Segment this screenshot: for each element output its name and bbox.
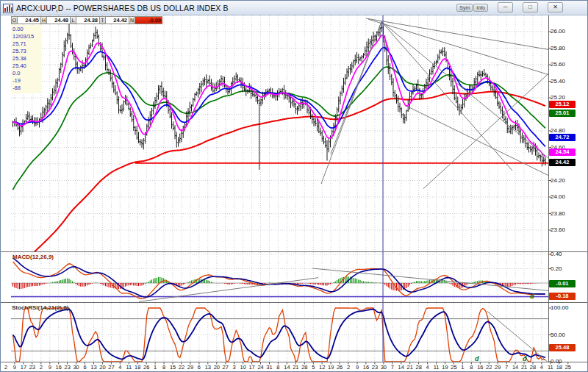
info-button[interactable]: Info xyxy=(473,4,488,12)
macd-signal-line xyxy=(13,258,546,297)
ma-50-line xyxy=(13,67,546,190)
trendline xyxy=(331,22,381,154)
main-grid xyxy=(11,15,548,251)
ma-200-line xyxy=(13,92,546,274)
chart-app-icon xyxy=(3,3,13,12)
trendline xyxy=(366,18,588,57)
stoch-panel xyxy=(11,303,551,365)
titlebar[interactable]: ARCX:UUP,D -- POWERSHARES DB US DOLLAR I… xyxy=(1,1,587,15)
sym-button[interactable]: Sym xyxy=(456,4,473,12)
chart-canvas[interactable] xyxy=(1,1,588,372)
macd-grid xyxy=(11,252,548,302)
close-button[interactable]: ✕ xyxy=(548,2,563,12)
window-title: ARCX:UUP,D -- POWERSHARES DB US DOLLAR I… xyxy=(16,4,229,12)
macd-histogram-positive xyxy=(49,276,545,283)
ohlc-bars xyxy=(12,22,546,170)
minimize-button[interactable]: ─ xyxy=(498,2,513,12)
main-panel xyxy=(11,15,588,273)
macd-panel xyxy=(11,252,562,302)
macd-line xyxy=(13,262,546,299)
maximize-button[interactable]: □ xyxy=(523,2,538,12)
chart-window: ARCX:UUP,D -- POWERSHARES DB US DOLLAR I… xyxy=(0,0,588,372)
